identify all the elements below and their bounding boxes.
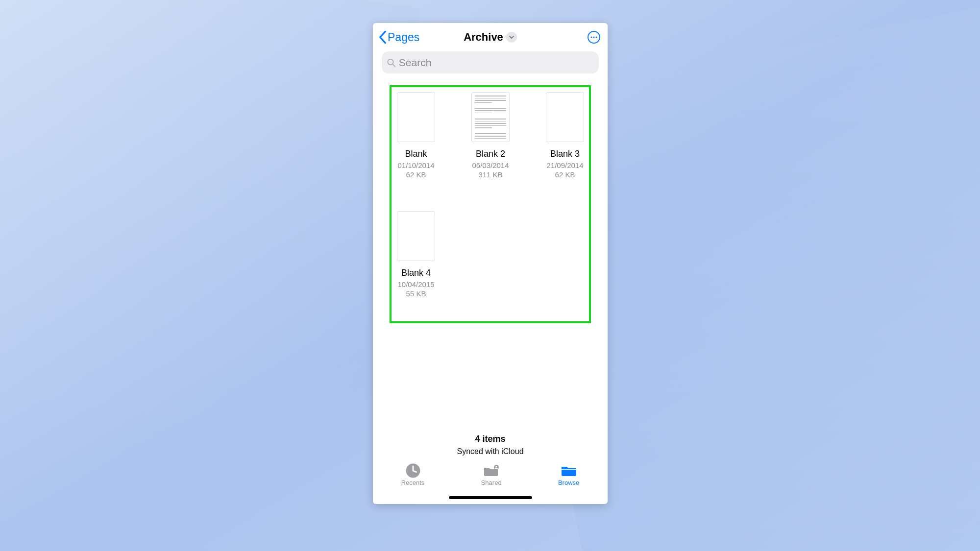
search-icon (387, 58, 396, 68)
chevron-down-icon (509, 34, 514, 40)
more-options-button[interactable] (586, 29, 602, 45)
tab-bar: Recents Shared Browse (373, 461, 608, 504)
folder-icon (561, 464, 577, 477)
wallpaper-shape (0, 0, 420, 445)
document-name: Blank 2 (476, 149, 505, 159)
document-name: Blank (405, 149, 427, 159)
sync-status-label: Synced with iCloud (373, 447, 608, 456)
document-date: 21/09/2014 (546, 161, 583, 169)
content-area: Blank 01/10/2014 62 KB Blank 2 06/03/201… (373, 76, 608, 434)
document-item[interactable]: Blank 3 21/09/2014 62 KB (543, 92, 587, 179)
document-thumbnail (471, 92, 510, 142)
document-size: 311 KB (478, 170, 502, 179)
document-date: 10/04/2015 (397, 280, 434, 288)
svg-point-3 (595, 36, 597, 38)
document-name: Blank 4 (401, 268, 431, 278)
clock-icon (405, 462, 421, 479)
page-title: Archive (464, 31, 503, 44)
document-item[interactable]: Blank 2 06/03/2014 311 KB (469, 92, 512, 179)
document-size: 62 KB (555, 170, 575, 179)
navigation-bar: Pages Archive (373, 23, 608, 51)
tab-browse[interactable]: Browse (558, 464, 579, 486)
tab-label: Shared (481, 479, 502, 486)
svg-point-4 (388, 59, 393, 64)
tab-recents[interactable]: Recents (401, 464, 425, 486)
svg-point-1 (590, 36, 592, 38)
svg-point-8 (495, 466, 497, 467)
document-thumbnail (397, 92, 435, 142)
back-label: Pages (388, 31, 419, 44)
document-name: Blank 3 (550, 149, 580, 159)
home-indicator[interactable] (449, 496, 532, 499)
document-thumbnail (546, 92, 584, 142)
document-grid: Blank 01/10/2014 62 KB Blank 2 06/03/201… (394, 92, 587, 298)
phone-frame: Pages Archive (373, 23, 608, 504)
document-date: 06/03/2014 (472, 161, 509, 169)
tab-label: Browse (558, 479, 579, 486)
document-item[interactable]: Blank 01/10/2014 62 KB (394, 92, 438, 179)
ellipsis-circle-icon (587, 30, 601, 44)
search-input[interactable] (399, 57, 594, 69)
tab-label: Recents (401, 479, 425, 486)
chevron-left-icon (379, 31, 387, 44)
back-button[interactable]: Pages (379, 31, 419, 44)
tab-shared[interactable]: Shared (481, 464, 502, 486)
document-size: 62 KB (406, 170, 426, 179)
title-dropdown-button[interactable] (506, 32, 517, 43)
status-footer: 4 items Synced with iCloud (373, 434, 608, 461)
item-count-label: 4 items (373, 434, 608, 444)
shared-folder-icon (483, 464, 500, 477)
svg-point-2 (593, 36, 594, 38)
search-field[interactable] (382, 51, 599, 73)
document-item[interactable]: Blank 4 10/04/2015 55 KB (394, 211, 438, 298)
document-date: 01/10/2014 (397, 161, 434, 169)
document-size: 55 KB (406, 289, 426, 298)
document-thumbnail (397, 211, 435, 261)
svg-line-5 (393, 64, 395, 66)
